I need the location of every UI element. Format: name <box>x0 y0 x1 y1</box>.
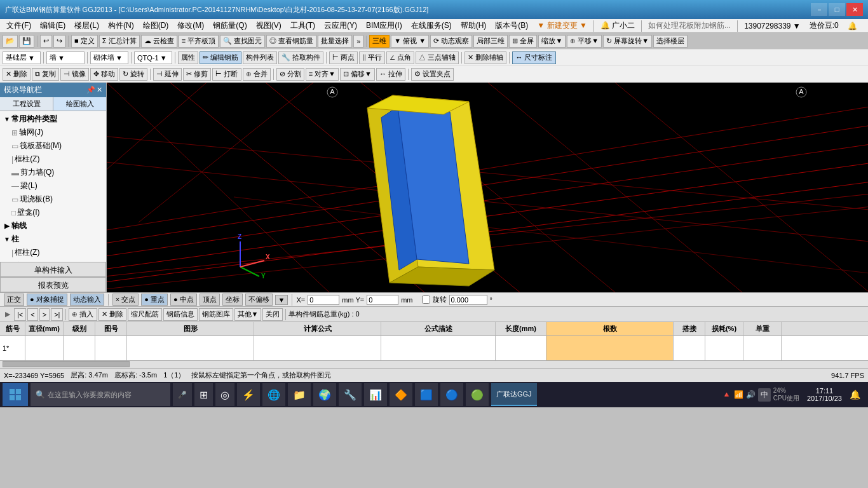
snap-more-btn[interactable]: ▼ <box>275 295 288 305</box>
mirror-toolbar-btn[interactable]: ⊣ 镜像 <box>60 68 89 81</box>
rebar-prev-btn[interactable]: < <box>27 308 37 321</box>
parallel-button[interactable]: ∥ 平行 <box>359 51 385 64</box>
rebar-row-grade[interactable] <box>64 336 95 360</box>
menu-edit[interactable]: 编辑(E) <box>36 19 69 32</box>
menu-modify[interactable]: 修改(M) <box>173 19 208 32</box>
center-snap-btn[interactable]: ● 中点 <box>170 294 197 306</box>
rebar-next-btn[interactable]: > <box>39 308 50 321</box>
more-button[interactable]: » <box>353 35 363 48</box>
taskbar-app-3[interactable]: ⚡ <box>237 383 260 406</box>
tree-niche[interactable]: □ 壁龛(I) <box>9 206 105 219</box>
rotate-checkbox[interactable] <box>422 295 430 304</box>
tree-cast-slab[interactable]: ▭ 现浇板(B) <box>9 193 105 206</box>
single-comp-input-btn[interactable]: 单构件输入 <box>0 262 106 277</box>
redo-button[interactable]: ↪ <box>53 35 65 48</box>
batch-select-button[interactable]: 批量选择 <box>318 35 352 48</box>
rebar-row-loss[interactable] <box>705 336 743 360</box>
screen-rotate-button[interactable]: ↻ 屏幕旋转▼ <box>603 35 652 48</box>
lang-indicator[interactable]: 中 <box>758 388 771 402</box>
rotate-toolbar-btn[interactable]: ↻ 旋转 <box>119 68 147 81</box>
menu-tools[interactable]: 工具(T) <box>287 19 319 32</box>
menu-cloud[interactable]: 云应用(Y) <box>320 19 361 32</box>
taskbar-app-5[interactable]: 📁 <box>288 383 311 406</box>
taskbar-cortana[interactable]: 🎤 <box>173 383 192 406</box>
del-aux-button[interactable]: ✕ 删除辅轴 <box>465 51 506 64</box>
menu-price[interactable]: 造价豆:0 <box>806 19 843 32</box>
close-button[interactable]: ✕ <box>846 3 863 16</box>
rebar-first-btn[interactable]: |< <box>14 308 26 321</box>
start-button[interactable] <box>3 383 28 406</box>
trim-toolbar-btn[interactable]: ✂ 修剪 <box>183 68 211 81</box>
taskbar-app-7[interactable]: 🔧 <box>339 383 362 406</box>
menu-component[interactable]: 构件(N) <box>104 19 138 32</box>
3d-button[interactable]: 三维 <box>369 35 390 48</box>
taskbar-ggj-active[interactable]: 广联达GGJ <box>491 383 537 406</box>
tree-axis-grid[interactable]: ⊞ 轴网(J) <box>9 126 105 139</box>
maximize-button[interactable]: □ <box>829 3 845 16</box>
tree-axis[interactable]: ▶ 轴线 <box>1 219 105 233</box>
tree-shear-wall[interactable]: ▬ 剪力墙(Q) <box>9 166 105 179</box>
base-layer-dropdown[interactable]: 基础层 ▼ <box>3 51 41 64</box>
menu-version[interactable]: 版本号(B) <box>491 19 532 32</box>
nav-drawing-input[interactable]: 绘图输入 <box>53 97 106 111</box>
delete-toolbar-btn[interactable]: ✕ 删除 <box>3 68 31 81</box>
break-toolbar-btn[interactable]: ⊢ 打断 <box>212 68 241 81</box>
rebar-insert-btn[interactable]: ⊕ 插入 <box>69 308 97 321</box>
three-point-aux-button[interactable]: △ 三点辅轴 <box>416 51 459 64</box>
taskbar-app-10[interactable]: 🟦 <box>415 383 438 406</box>
pan-button[interactable]: ⊕ 平移▼ <box>567 35 602 48</box>
report-preview-btn[interactable]: 报表预览 <box>0 277 106 292</box>
tree-column[interactable]: ▼ 柱 <box>1 233 105 246</box>
object-snap-btn[interactable]: ● 对象捕捉 <box>27 294 67 306</box>
taskbar-app-8[interactable]: 📊 <box>364 383 387 406</box>
taskbar-app-6[interactable]: 🌍 <box>313 383 336 406</box>
zoom-button[interactable]: 缩放▼ <box>538 35 566 48</box>
no-offset-btn[interactable]: 不偏移 <box>245 294 273 306</box>
minimize-button[interactable]: － <box>811 3 827 16</box>
dynamic-input-btn[interactable]: 动态输入 <box>70 294 104 306</box>
vertex-btn[interactable]: 顶点 <box>200 294 220 306</box>
point-angle-button[interactable]: ∠ 点角 <box>386 51 414 64</box>
panel-close-btn[interactable]: ✕ <box>97 86 102 94</box>
two-point-button[interactable]: ⊢ 两点 <box>329 51 358 64</box>
taskbar-app-1[interactable]: ⊞ <box>194 383 213 406</box>
coord-btn[interactable]: 坐标 <box>222 294 243 306</box>
rebar-library-btn[interactable]: 钢筋图库 <box>199 308 233 321</box>
x-input[interactable] <box>308 295 339 305</box>
menu-assistant[interactable]: 🔔 广小二 <box>597 19 639 32</box>
tree-kz[interactable]: | 框柱(Z) <box>9 246 105 259</box>
rebar-row-splice[interactable] <box>674 336 705 360</box>
edit-rebar-button[interactable]: ✏ 编辑钢筋 <box>200 51 241 64</box>
taskbar-app-12[interactable]: 🟢 <box>466 383 489 406</box>
midpoint-snap-btn[interactable]: ● 重点 <box>141 294 168 306</box>
copy-toolbar-btn[interactable]: ⧉ 复制 <box>32 68 59 81</box>
menu-rebar-qty[interactable]: 钢筋量(Q) <box>209 19 250 32</box>
taskbar-app-11[interactable]: 🔵 <box>440 383 463 406</box>
undo-button[interactable]: ↩ <box>40 35 52 48</box>
view-rebar-button[interactable]: ◎ 查看钢筋量 <box>266 35 316 48</box>
taskbar-app-9[interactable]: 🔶 <box>390 383 412 406</box>
menu-online[interactable]: 在线服务(S) <box>407 19 456 32</box>
rotate-input[interactable] <box>449 295 487 305</box>
tree-frame-col[interactable]: | 框柱(Z) <box>9 152 105 166</box>
volume-icon[interactable]: 🔊 <box>746 390 756 399</box>
menu-floor[interactable]: 楼层(L) <box>71 19 103 32</box>
view-angle-button[interactable]: ▼ 俯视 ▼ <box>391 35 429 48</box>
comp-list-button[interactable]: 构件列表 <box>243 51 277 64</box>
extend-toolbar-btn[interactable]: ⊣ 延伸 <box>153 68 182 81</box>
rebar-row-figno[interactable] <box>95 336 127 360</box>
menu-new-change[interactable]: ▼ 新建变更 ▼ <box>533 19 590 32</box>
rebar-scrollbar[interactable] <box>0 360 868 368</box>
tree-beam[interactable]: — 梁(L) <box>9 179 105 193</box>
y-input[interactable] <box>367 295 398 305</box>
network-icon[interactable]: 📶 <box>734 390 743 399</box>
menu-file[interactable]: 文件(F) <box>3 19 35 32</box>
wall-subtype-dropdown[interactable]: 砌体墙 ▼ <box>90 51 128 64</box>
nav-project-settings[interactable]: 工程设置 <box>0 97 53 111</box>
pick-comp-button[interactable]: 🔧 拾取构件 <box>278 51 323 64</box>
menu-draw[interactable]: 绘图(D) <box>139 19 173 32</box>
cloud-check-button[interactable]: ☁ 云检查 <box>141 35 177 48</box>
menu-phone[interactable]: 13907298339 ▼ <box>740 20 804 32</box>
merge-toolbar-btn[interactable]: ⊕ 合并 <box>243 68 271 81</box>
intersection-btn[interactable]: × 交点 <box>112 294 139 306</box>
